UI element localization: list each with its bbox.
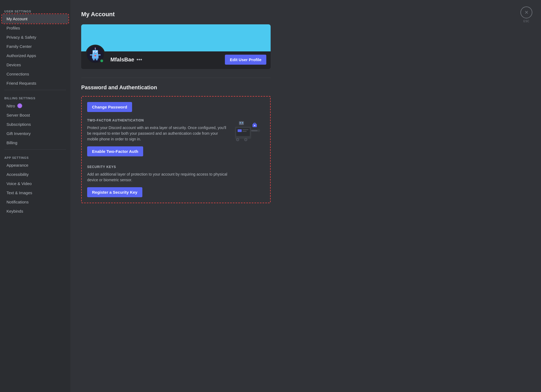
svg-point-21 bbox=[237, 139, 238, 140]
sidebar-item-label: Subscriptions bbox=[6, 122, 31, 127]
svg-rect-13 bbox=[96, 59, 98, 60]
security-keys-area: SECURITY KEYS Add an additional layer of… bbox=[87, 165, 265, 197]
profile-left: MfalsBae ••• bbox=[86, 55, 142, 64]
user-settings-label: USER SETTINGS bbox=[0, 5, 70, 14]
sidebar-item-billing[interactable]: Billing bbox=[2, 138, 68, 147]
sidebar-item-voice-video[interactable]: Voice & Video bbox=[2, 179, 68, 188]
svg-point-29 bbox=[242, 122, 243, 123]
app-settings-label: APP SETTINGS bbox=[0, 152, 70, 160]
username-dots: ••• bbox=[136, 57, 142, 62]
sidebar-item-label: Privacy & Safety bbox=[6, 35, 36, 39]
sidebar-item-devices[interactable]: Devices bbox=[2, 60, 68, 69]
svg-rect-18 bbox=[242, 131, 247, 132]
sidebar: USER SETTINGS My Account Profiles Privac… bbox=[0, 0, 70, 392]
username: MfalsBae bbox=[110, 57, 134, 62]
sidebar-item-label: Keybinds bbox=[6, 209, 23, 213]
password-auth-title: Password and Authentication bbox=[81, 84, 271, 91]
profile-info-row: MfalsBae ••• Edit User Profile bbox=[81, 51, 271, 69]
sidebar-item-label: Accessibility bbox=[6, 172, 29, 177]
sidebar-item-label: Gift Inventory bbox=[6, 131, 31, 136]
sidebar-item-label: Billing bbox=[6, 140, 17, 145]
tfa-row: TWO-FACTOR AUTHENTICATION Protect your D… bbox=[87, 118, 265, 163]
sidebar-item-label: Nitro bbox=[6, 104, 15, 108]
svg-rect-11 bbox=[99, 54, 101, 55]
sidebar-item-server-boost[interactable]: Server Boost bbox=[2, 111, 68, 120]
enable-2fa-button[interactable]: Enable Two-Factor Auth bbox=[87, 146, 143, 156]
svg-point-22 bbox=[245, 139, 247, 140]
svg-point-24 bbox=[257, 129, 260, 132]
sidebar-item-profiles[interactable]: Profiles bbox=[2, 24, 68, 32]
sidebar-item-label: Devices bbox=[6, 62, 21, 67]
sidebar-item-appearance[interactable]: Appearance bbox=[2, 161, 68, 170]
sidebar-item-my-account[interactable]: My Account bbox=[2, 14, 68, 23]
sidebar-item-connections[interactable]: Connections bbox=[2, 70, 68, 78]
nitro-icon bbox=[17, 103, 22, 108]
page-title: My Account bbox=[81, 11, 271, 18]
tfa-illustration-svg bbox=[232, 118, 265, 143]
svg-point-28 bbox=[240, 122, 241, 123]
sidebar-item-notifications[interactable]: Notifications bbox=[2, 197, 68, 206]
sidebar-item-authorized-apps[interactable]: Authorized Apps bbox=[2, 51, 68, 60]
sidebar-item-label: Voice & Video bbox=[6, 181, 32, 186]
username-row: MfalsBae ••• bbox=[110, 57, 142, 63]
close-x-icon: ✕ bbox=[524, 9, 529, 15]
tfa-description: Protect your Discord account with an ext… bbox=[87, 125, 227, 142]
svg-rect-16 bbox=[238, 129, 242, 132]
sidebar-divider-billing bbox=[4, 90, 66, 90]
sidebar-item-friend-requests[interactable]: Friend Requests bbox=[2, 79, 68, 88]
svg-point-8 bbox=[95, 48, 96, 49]
security-keys-description: Add an additional layer of protection to… bbox=[87, 172, 239, 183]
sidebar-divider-app bbox=[4, 149, 66, 150]
close-button[interactable]: ✕ ESC bbox=[520, 6, 532, 18]
tfa-content: TWO-FACTOR AUTHENTICATION Protect your D… bbox=[87, 118, 227, 163]
online-status-dot bbox=[100, 59, 104, 63]
billing-settings-label: BILLING SETTINGS bbox=[0, 92, 70, 101]
profile-banner bbox=[81, 24, 271, 51]
security-keys-title: SECURITY KEYS bbox=[87, 165, 265, 169]
sidebar-item-label: Profiles bbox=[6, 26, 20, 30]
sidebar-item-privacy-safety[interactable]: Privacy & Safety bbox=[2, 33, 68, 42]
sidebar-item-label: Connections bbox=[6, 72, 29, 76]
sidebar-item-nitro[interactable]: Nitro bbox=[2, 101, 68, 110]
svg-rect-17 bbox=[242, 129, 248, 130]
register-security-key-button[interactable]: Register a Security Key bbox=[87, 187, 142, 197]
sidebar-item-gift-inventory[interactable]: Gift Inventory bbox=[2, 129, 68, 138]
profile-card: MfalsBae ••• Edit User Profile bbox=[81, 24, 271, 69]
password-auth-section: Change Password TWO-FACTOR AUTHENTICATIO… bbox=[81, 96, 271, 203]
svg-rect-9 bbox=[94, 53, 97, 54]
sidebar-item-accessibility[interactable]: Accessibility bbox=[2, 170, 68, 179]
tfa-section-title: TWO-FACTOR AUTHENTICATION bbox=[87, 118, 227, 122]
svg-rect-10 bbox=[90, 54, 92, 55]
edit-profile-button[interactable]: Edit User Profile bbox=[225, 55, 266, 65]
avatar-wrapper bbox=[86, 45, 105, 64]
main-content: My Account bbox=[70, 0, 541, 392]
sidebar-item-subscriptions[interactable]: Subscriptions bbox=[2, 120, 68, 129]
sidebar-item-label: Family Center bbox=[6, 44, 32, 49]
sidebar-item-label: Notifications bbox=[6, 200, 29, 204]
sidebar-item-label: Text & Images bbox=[6, 190, 32, 195]
svg-point-26 bbox=[254, 125, 255, 126]
sidebar-item-keybinds[interactable]: Keybinds bbox=[2, 207, 68, 216]
svg-rect-23 bbox=[251, 130, 258, 131]
sidebar-item-label: Friend Requests bbox=[6, 81, 36, 85]
esc-label: ESC bbox=[523, 20, 529, 23]
svg-point-5 bbox=[94, 52, 95, 52]
svg-point-6 bbox=[97, 52, 97, 52]
tfa-illustration bbox=[232, 118, 265, 144]
sidebar-item-label: My Account bbox=[6, 17, 28, 21]
svg-rect-12 bbox=[93, 59, 95, 60]
sidebar-item-text-images[interactable]: Text & Images bbox=[2, 188, 68, 197]
sidebar-item-label: Appearance bbox=[6, 163, 28, 167]
sidebar-item-family-center[interactable]: Family Center bbox=[2, 42, 68, 51]
change-password-button[interactable]: Change Password bbox=[87, 102, 132, 112]
sidebar-item-label: Server Boost bbox=[6, 113, 30, 117]
sidebar-item-label: Authorized Apps bbox=[6, 53, 36, 58]
svg-rect-27 bbox=[239, 121, 244, 125]
section-divider bbox=[81, 78, 271, 78]
